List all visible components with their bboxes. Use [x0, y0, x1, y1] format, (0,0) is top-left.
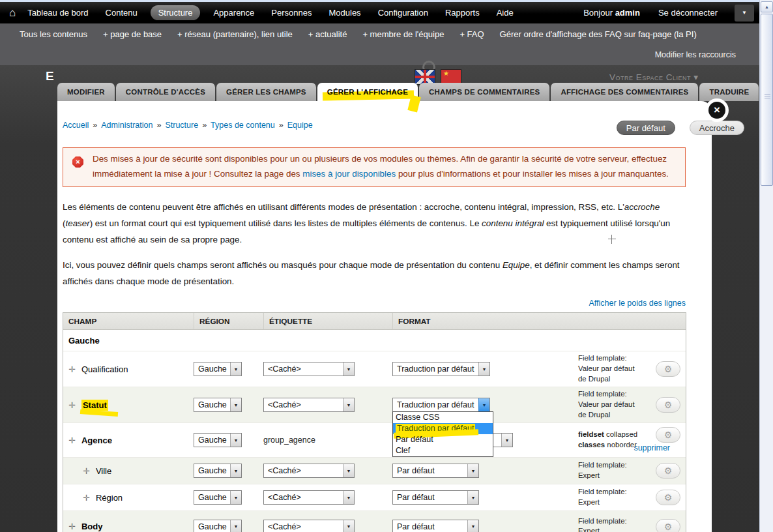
dropdown-option-par-defaut[interactable]: Par défaut [393, 434, 493, 445]
tab-controle-acces[interactable]: CONTRÔLE D'ACCÈS [116, 83, 215, 101]
toolbar-item-rapports[interactable]: Rapports [445, 8, 480, 18]
shortcut-reseau-partenaire[interactable]: + réseau (partenaire), lien utile [177, 29, 293, 39]
drag-handle-icon[interactable]: ✛ [83, 493, 90, 503]
format-settings-button[interactable]: ⚙ [656, 427, 680, 443]
mouse-cursor [608, 235, 616, 244]
tab-modifier[interactable]: MODIFIER [57, 83, 115, 101]
page-title-partial: E [46, 69, 54, 83]
page-scrollbar[interactable]: ▲ [759, 0, 773, 532]
group-machine-name: group_agence [263, 436, 315, 445]
tab-champs-de-commentaires[interactable]: CHAMPS DE COMMENTAIRES [419, 83, 549, 101]
close-button[interactable]: × [708, 102, 725, 119]
drag-handle-icon[interactable]: ✛ [68, 364, 76, 374]
gear-icon: ⚙ [664, 364, 673, 374]
select-arrow-icon: ▼ [230, 464, 241, 477]
intro-paragraph-1: Les éléments de contenu peuvent être aff… [63, 199, 686, 248]
select-arrow-icon: ▼ [230, 398, 241, 411]
tab-traduire[interactable]: TRADUIRE [699, 83, 759, 101]
shortcut-membre-equipe[interactable]: + membre de l'équipe [362, 29, 444, 39]
select-arrow-icon: ▼ [467, 464, 478, 477]
client-area-label: Votre Espace Client ▾ [609, 72, 699, 82]
region-select[interactable]: Gauche▼ [194, 520, 242, 532]
shortcut-actualite[interactable]: + actualité [308, 29, 347, 39]
toolbar-item-tableau-de-bord[interactable]: Tableau de bord [27, 8, 88, 18]
tab-affichage-des-commentaires[interactable]: AFFICHAGE DES COMMENTAIRES [551, 83, 698, 101]
toolbar-drawer-toggle[interactable]: ▼ [735, 5, 754, 22]
region-select[interactable]: Gauche▼ [194, 433, 242, 447]
breadcrumb-types-de-contenu[interactable]: Types de contenu [211, 121, 275, 130]
drag-handle-icon[interactable]: ✛ [68, 522, 76, 531]
drag-handle-icon[interactable]: ✛ [83, 466, 90, 476]
format-settings-button[interactable]: ⚙ [656, 361, 680, 377]
shortcut-page-de-base[interactable]: + page de base [103, 29, 162, 39]
drupal-admin-page: ⌂ Tableau de bord Contenu Structure Appa… [0, 0, 773, 532]
format-settings-button[interactable]: ⚙ [656, 463, 680, 479]
label-select[interactable]: <Caché>▼ [263, 464, 355, 478]
toolbar-item-personnes[interactable]: Personnes [271, 8, 312, 18]
table-row-qualification: ✛ Qualification Gauche▼ <Caché>▼ Traduct… [63, 351, 686, 387]
region-group-row: Gauche [63, 330, 686, 351]
format-select[interactable]: Par défaut▼ [392, 464, 479, 478]
select-arrow-icon: ▼ [467, 491, 478, 504]
label-select[interactable]: <Caché>▼ [263, 520, 355, 532]
format-select-open[interactable]: Traduction par défaut▼ [392, 398, 490, 412]
region-select[interactable]: Gauche▼ [194, 362, 242, 376]
select-arrow-icon: ▼ [230, 434, 241, 447]
shortcut-tous-les-contenus[interactable]: Tous les contenus [20, 29, 87, 39]
format-select[interactable]: Par défaut▼ [392, 490, 479, 505]
format-settings-button[interactable]: ⚙ [656, 519, 680, 532]
select-arrow-icon: ▼ [478, 398, 489, 411]
delete-link[interactable]: supprimer [634, 443, 670, 452]
region-select[interactable]: Gauche▼ [194, 398, 242, 412]
show-row-weights-link[interactable]: Afficher le poids des lignes [589, 299, 686, 308]
edit-shortcuts-link[interactable]: Modifier les raccourcis [655, 50, 736, 59]
shortcut-gerer-ordre-faq[interactable]: Gérer ordre d'affichage des FAQ sur faq-… [500, 29, 697, 39]
header-champ: CHAMP [63, 313, 194, 329]
breadcrumb-accueil[interactable]: Accueil [63, 121, 89, 130]
dropdown-option-classe-css[interactable]: Classe CSS [393, 412, 493, 423]
shortcut-faq[interactable]: + FAQ [459, 29, 484, 39]
toolbar-item-configuration[interactable]: Configuration [378, 8, 428, 18]
intro-paragraph-2: Ici, vous pouvez définir quels champs se… [63, 257, 686, 289]
region-select[interactable]: Gauche▼ [194, 464, 242, 478]
tab-gerer-les-champs[interactable]: GÉRER LES CHAMPS [216, 83, 316, 101]
toolbar-item-aide[interactable]: Aide [497, 8, 514, 18]
toolbar-item-apparence[interactable]: Apparence [213, 8, 254, 18]
view-mode-accroche-button[interactable]: Accroche [690, 121, 744, 135]
scrollbar-thumb[interactable] [761, 14, 773, 186]
view-mode-par-defaut-button[interactable]: Par défaut [617, 121, 675, 135]
gear-icon: ⚙ [664, 400, 673, 410]
drag-handle-icon[interactable]: ✛ [68, 400, 76, 410]
format-select[interactable]: Par défaut▼ [392, 520, 479, 532]
toolbar-item-structure[interactable]: Structure [151, 5, 201, 20]
select-arrow-icon: ▼ [343, 520, 354, 532]
scroll-up-button[interactable]: ▲ [761, 1, 773, 12]
toolbar-item-contenu[interactable]: Contenu [106, 8, 138, 18]
admin-toolbar: ⌂ Tableau de bord Contenu Structure Appa… [0, 2, 759, 23]
field-label: Qualification [81, 364, 128, 374]
updates-available-link[interactable]: mises à jour disponibles [302, 169, 396, 179]
dropdown-option-clef[interactable]: Clef [393, 445, 493, 456]
select-arrow-icon: ▼ [343, 464, 354, 477]
breadcrumb-administration[interactable]: Administration [101, 121, 153, 130]
table-row-ville: ✛ Ville Gauche▼ <Caché>▼ Par défaut▼ Fie… [63, 457, 686, 484]
label-select[interactable]: <Caché>▼ [263, 398, 355, 412]
logout-link[interactable]: Se déconnecter [658, 8, 718, 18]
tab-gerer-affichage[interactable]: GÉRER L'AFFICHAGE [317, 83, 418, 101]
toolbar-item-modules[interactable]: Modules [328, 8, 360, 18]
view-mode-switcher: Par défaut Accroche [602, 121, 744, 135]
format-settings-button[interactable]: ⚙ [656, 397, 680, 413]
region-select[interactable]: Gauche▼ [194, 490, 242, 505]
select-arrow-icon: ▼ [343, 398, 354, 411]
label-select[interactable]: <Caché>▼ [263, 362, 355, 376]
home-icon[interactable]: ⌂ [9, 7, 16, 18]
breadcrumb-equipe[interactable]: Equipe [287, 121, 313, 130]
label-select[interactable]: <Caché>▼ [263, 490, 355, 505]
field-label: Body [81, 522, 103, 531]
format-settings-button[interactable]: ⚙ [656, 490, 680, 505]
shortcuts-bar: Tous les contenus + page de base + résea… [0, 23, 759, 65]
breadcrumb-structure[interactable]: Structure [165, 121, 198, 130]
select-arrow-icon: ▼ [467, 520, 478, 532]
format-select[interactable]: Traduction par défaut▼ [392, 362, 490, 376]
drag-handle-icon[interactable]: ✛ [68, 436, 76, 445]
